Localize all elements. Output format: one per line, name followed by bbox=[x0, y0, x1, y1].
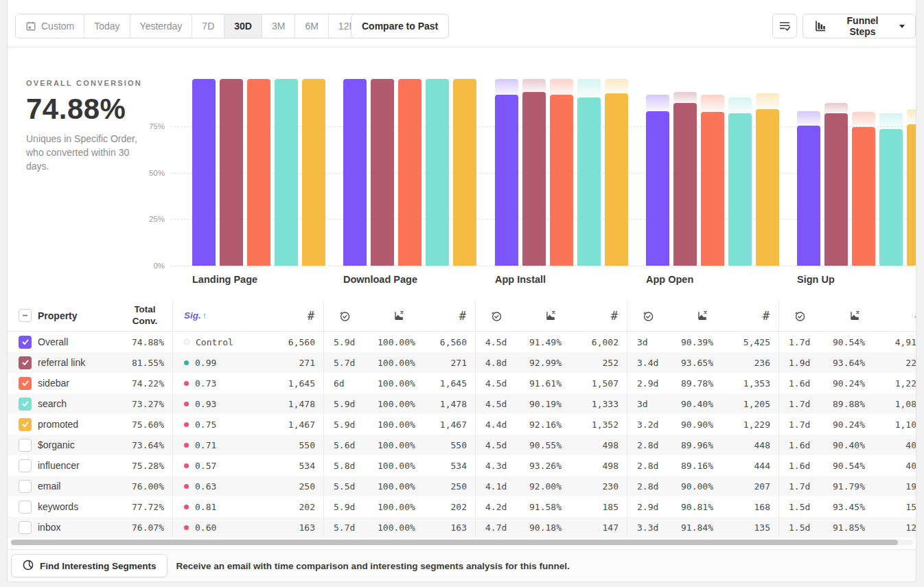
significance-value: 0.81 bbox=[195, 502, 216, 512]
date-range-7d[interactable]: 7D bbox=[192, 14, 224, 38]
compare-to-past-button[interactable]: Compare to Past bbox=[351, 14, 449, 38]
time-to-convert-icon[interactable] bbox=[338, 310, 351, 322]
time-to-convert-value: 2.8d bbox=[637, 481, 681, 492]
funnel-bar-referral-link-step1[interactable] bbox=[220, 79, 243, 266]
conversion-rate-value: 100.00% bbox=[378, 358, 434, 368]
funnel-step-label: Sign Up bbox=[797, 274, 835, 285]
select-all-checkbox[interactable] bbox=[19, 309, 32, 322]
view-options-button[interactable] bbox=[772, 14, 797, 38]
date-range-today[interactable]: Today bbox=[84, 14, 130, 38]
count-column-icon[interactable]: # bbox=[915, 309, 916, 323]
date-range-custom[interactable]: Custom bbox=[16, 14, 84, 38]
time-to-convert-icon[interactable] bbox=[794, 310, 806, 322]
funnel-bar-sidebar-step5[interactable] bbox=[852, 127, 875, 266]
funnel-bar-overall-step5[interactable] bbox=[797, 126, 820, 266]
funnel-bar-sidebar-step3[interactable] bbox=[550, 95, 573, 266]
count-column-icon[interactable]: # bbox=[308, 309, 314, 323]
funnel-bar-search-step2[interactable] bbox=[426, 79, 449, 266]
row-checkbox[interactable] bbox=[19, 480, 32, 493]
conversion-rate-value: 92.00% bbox=[529, 481, 586, 492]
funnel-bar-search-step4[interactable] bbox=[728, 113, 752, 266]
funnel-bar-referral-link-step3[interactable] bbox=[522, 92, 546, 266]
row-checkbox[interactable] bbox=[19, 377, 32, 390]
footer-bar: Find Interesting Segments Receive an ema… bbox=[8, 549, 916, 582]
step-count: 4,91 bbox=[895, 337, 916, 347]
step-count: 1,467 bbox=[288, 419, 315, 430]
total-conversion-value: 73.27% bbox=[132, 399, 164, 409]
row-checkbox[interactable] bbox=[19, 500, 32, 514]
time-to-convert-value: 5.5d bbox=[334, 481, 378, 492]
step-3-header-cell: # bbox=[476, 300, 627, 331]
funnel-bar-promoted-step4[interactable] bbox=[756, 109, 779, 266]
summary-title: OVERALL CONVERSION bbox=[26, 79, 157, 87]
funnel-bar-promoted-step5[interactable] bbox=[907, 124, 916, 266]
property-name: promoted bbox=[38, 419, 78, 430]
step-2-cell: 5.9d100.00%202 bbox=[324, 496, 476, 517]
time-to-convert-value: 2.9d bbox=[637, 378, 681, 389]
conversion-dropoff-icon[interactable] bbox=[393, 309, 406, 322]
time-to-convert-value: 4.5d bbox=[485, 399, 529, 409]
time-to-convert-icon[interactable] bbox=[490, 310, 503, 322]
funnel-bar-sidebar-step1[interactable] bbox=[247, 79, 270, 266]
funnel-bar-overall-step3[interactable] bbox=[495, 95, 518, 266]
funnel-bar-sidebar-step2[interactable] bbox=[398, 79, 421, 266]
conversion-dropoff-icon[interactable] bbox=[848, 309, 861, 322]
funnel-bar-promoted-step1[interactable] bbox=[302, 79, 325, 266]
count-column-icon[interactable]: # bbox=[611, 309, 618, 323]
significance-value: 0.73 bbox=[195, 378, 216, 389]
caret-down-icon bbox=[899, 25, 905, 28]
conversion-dropoff-icon[interactable] bbox=[544, 309, 557, 322]
step-3-cell: 4.5d90.55%498 bbox=[476, 435, 627, 455]
property-cell: influencer75.28% bbox=[8, 455, 173, 476]
step-count: 202 bbox=[451, 502, 467, 512]
row-checkbox[interactable] bbox=[19, 336, 32, 349]
row-checkbox[interactable] bbox=[19, 459, 32, 472]
horizontal-scrollbar-thumb[interactable] bbox=[11, 540, 898, 545]
row-checkbox[interactable] bbox=[19, 439, 32, 452]
property-name: sidebar bbox=[38, 378, 69, 389]
property-cell: email76.00% bbox=[8, 476, 173, 496]
funnel-bar-ghost bbox=[577, 79, 601, 99]
funnel-bar-overall-step1[interactable] bbox=[192, 79, 216, 266]
chart-type-selector[interactable]: Funnel Steps bbox=[802, 14, 916, 38]
significance-sort-header[interactable]: Sig.↑ bbox=[184, 310, 207, 321]
step-2-cell: 5.9d100.00%1,478 bbox=[324, 393, 476, 414]
find-interesting-segments-button[interactable]: Find Interesting Segments bbox=[11, 554, 168, 577]
date-range-30d[interactable]: 30D bbox=[224, 14, 262, 38]
row-checkbox[interactable] bbox=[19, 356, 32, 369]
funnel-bar-promoted-step2[interactable] bbox=[453, 79, 476, 266]
row-checkbox[interactable] bbox=[19, 418, 32, 431]
funnel-bar-referral-link-step5[interactable] bbox=[824, 113, 848, 266]
table-row-$organic: $organic73.64%0.715505.6d100.00%5504.5d9… bbox=[8, 435, 916, 455]
funnel-bar-referral-link-step4[interactable] bbox=[673, 103, 697, 266]
count-column-icon[interactable]: # bbox=[763, 309, 770, 323]
funnel-bar-search-step1[interactable] bbox=[275, 79, 298, 266]
total-conversion-value: 77.72% bbox=[132, 502, 164, 512]
step-3-cell: 4.5d91.61%1,507 bbox=[476, 373, 627, 393]
step-count: 6,560 bbox=[440, 337, 467, 347]
property-cell: Overall74.88% bbox=[8, 332, 173, 352]
find-interesting-segments-label: Find Interesting Segments bbox=[40, 561, 157, 571]
time-to-convert-value: 1.7d bbox=[789, 419, 833, 430]
time-to-convert-value: 2.8d bbox=[637, 461, 681, 471]
step-count: 498 bbox=[603, 440, 619, 450]
funnel-bar-promoted-step3[interactable] bbox=[605, 93, 628, 266]
mini-bar-chart-icon bbox=[813, 19, 827, 34]
row-checkbox[interactable] bbox=[19, 521, 32, 534]
significance-value: 0.75 bbox=[195, 419, 216, 430]
date-range-6m[interactable]: 6M bbox=[295, 14, 328, 38]
funnel-bar-sidebar-step4[interactable] bbox=[701, 112, 724, 266]
funnel-bar-search-step5[interactable] bbox=[879, 129, 903, 266]
time-to-convert-icon[interactable] bbox=[642, 310, 654, 322]
funnel-bar-overall-step2[interactable] bbox=[343, 79, 367, 266]
count-column-icon[interactable]: # bbox=[459, 309, 466, 323]
horizontal-scrollbar-track[interactable] bbox=[11, 540, 913, 545]
conversion-dropoff-icon[interactable] bbox=[696, 309, 709, 322]
funnel-bar-referral-link-step2[interactable] bbox=[371, 79, 394, 266]
time-to-convert-value: 3.4d bbox=[637, 358, 681, 368]
funnel-bar-search-step3[interactable] bbox=[577, 97, 601, 266]
funnel-bar-overall-step4[interactable] bbox=[646, 111, 669, 266]
date-range-yesterday[interactable]: Yesterday bbox=[130, 14, 193, 38]
date-range-3m[interactable]: 3M bbox=[262, 14, 295, 38]
row-checkbox[interactable] bbox=[19, 398, 32, 411]
